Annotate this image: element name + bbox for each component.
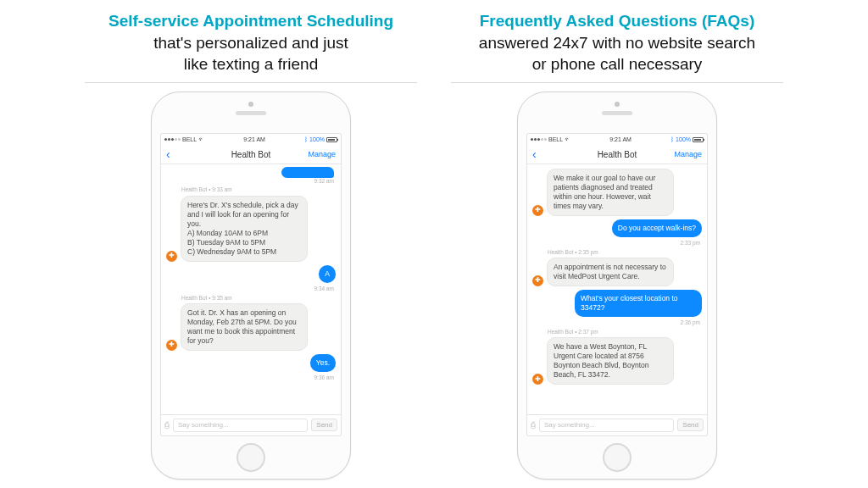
user-message-bubble: Do you accept walk-ins?	[612, 219, 702, 237]
column-scheduling: Self-service Appointment Scheduling that…	[85, 10, 417, 488]
battery-pct: 100%	[309, 136, 325, 142]
message-timestamp: 9:34 am	[166, 286, 334, 292]
status-bar: BELL ᯤ 9:21 AM ᛒ 100%	[527, 134, 707, 146]
heading-sub2: or phone call necessary	[479, 53, 755, 75]
bot-message-row: ✚ We have a West Boynton, FL Urgent Care…	[532, 337, 702, 385]
home-button[interactable]	[603, 443, 632, 472]
messages-pane[interactable]: ✚ We make it our goal to have our patien…	[527, 164, 707, 414]
phone-frame: BELL ᯤ 9:21 AM ᛒ 100% ‹ Health Bot Manag…	[151, 92, 351, 480]
send-button[interactable]: Send	[311, 419, 337, 431]
bot-meta: Health Bot • 9:33 am	[181, 186, 336, 193]
manage-button[interactable]: Manage	[308, 150, 336, 158]
phone-speaker-icon	[236, 111, 266, 115]
bot-text: Here's Dr. X's schedule, pick a day and …	[187, 201, 301, 229]
bot-message-row: ✚ Got it. Dr. X has an opening on Monday…	[166, 303, 336, 351]
bot-avatar-icon: ✚	[166, 340, 177, 351]
send-button[interactable]: Send	[677, 419, 704, 431]
bot-avatar-icon: ✚	[532, 205, 543, 216]
heading-sub1: answered 24x7 with no website search	[479, 32, 755, 54]
input-bar: ⎙ Say something... Send	[161, 414, 341, 435]
bot-message-bubble: We make it our goal to have our patients…	[547, 169, 674, 216]
heading-right: Frequently Asked Questions (FAQs) answer…	[479, 10, 755, 75]
user-message-row: Yes.	[166, 354, 336, 372]
message-timestamp: 2:33 pm	[532, 240, 700, 247]
message-timestamp: 9:36 am	[166, 374, 334, 381]
status-bar: BELL ᯤ 9:21 AM ᛒ 100%	[161, 134, 341, 146]
chat-header: ‹ Health Bot Manage	[161, 146, 341, 164]
status-time: 9:21 AM	[570, 136, 670, 142]
wifi-icon: ᯤ	[198, 136, 204, 142]
bot-message-bubble: We have a West Boynton, FL Urgent Care l…	[547, 337, 674, 385]
back-button[interactable]: ‹	[166, 148, 170, 160]
phone-camera-icon	[615, 102, 620, 107]
user-message-bubble: Yes.	[310, 354, 336, 372]
phone-bottom-bezel	[518, 436, 716, 479]
heading-sub2: like texting a friend	[108, 53, 393, 75]
phone-speaker-icon	[602, 111, 632, 115]
bluetooth-icon: ᛒ	[670, 136, 674, 142]
user-message-bubble: What's your closest location to 33472?	[575, 290, 702, 317]
input-bar: ⎙ Say something... Send	[527, 414, 707, 435]
battery-icon	[693, 137, 704, 142]
bot-avatar-icon: ✚	[532, 275, 543, 286]
bot-text: A) Monday 10AM to 6PM	[187, 229, 301, 238]
signal-icon	[164, 138, 181, 141]
phone-top-bezel	[152, 92, 350, 133]
divider	[451, 82, 783, 83]
bot-meta: Health Bot • 2:35 pm	[548, 249, 702, 256]
location-icon[interactable]: ⎙	[531, 420, 536, 430]
bot-avatar-icon: ✚	[166, 251, 177, 262]
bluetooth-icon: ᛒ	[304, 136, 308, 142]
heading-left: Self-service Appointment Scheduling that…	[108, 10, 393, 75]
home-button[interactable]	[236, 443, 265, 472]
manage-button[interactable]: Manage	[674, 150, 702, 158]
phone-camera-icon	[248, 102, 253, 107]
wifi-icon: ᯤ	[565, 136, 570, 142]
heading-title: Frequently Asked Questions (FAQs)	[479, 10, 755, 32]
divider	[85, 82, 417, 83]
message-timestamp: 2:36 pm	[532, 319, 700, 326]
user-message-stub	[281, 167, 334, 178]
bot-avatar-icon: ✚	[532, 374, 543, 385]
message-input[interactable]: Say something...	[539, 419, 674, 432]
phone-top-bezel	[518, 92, 716, 133]
status-time: 9:21 AM	[204, 136, 304, 142]
bot-message-bubble: Here's Dr. X's schedule, pick a day and …	[181, 196, 308, 262]
battery-pct: 100%	[676, 136, 691, 142]
heading-title: Self-service Appointment Scheduling	[108, 10, 393, 32]
bot-message-row: ✚ We make it our goal to have our patien…	[532, 169, 702, 216]
column-faq: Frequently Asked Questions (FAQs) answer…	[451, 10, 783, 488]
bot-meta: Health Bot • 9:35 am	[181, 295, 336, 302]
user-message-bubble: A	[319, 265, 336, 283]
bot-text: C) Wednesday 9AM to 5PM	[187, 247, 301, 257]
bot-text: B) Tuesday 9AM to 5PM	[187, 238, 301, 247]
chat-header: ‹ Health Bot Manage	[527, 146, 707, 164]
phone-screen: BELL ᯤ 9:21 AM ᛒ 100% ‹ Health Bot Manag…	[160, 133, 342, 436]
phone-bottom-bezel	[152, 436, 350, 479]
signal-icon	[531, 138, 547, 141]
bot-message-bubble: An appointment is not necessary to visit…	[547, 258, 674, 286]
user-message-row: What's your closest location to 33472?	[532, 290, 702, 317]
bot-meta: Health Bot • 2:37 pm	[548, 329, 702, 336]
messages-pane[interactable]: 9:32 am Health Bot • 9:33 am ✚ Here's Dr…	[161, 164, 341, 414]
bot-message-row: ✚ An appointment is not necessary to vis…	[532, 258, 702, 286]
phone-frame: BELL ᯤ 9:21 AM ᛒ 100% ‹ Health Bot Manag…	[517, 92, 717, 480]
phone-screen: BELL ᯤ 9:21 AM ᛒ 100% ‹ Health Bot Manag…	[526, 133, 708, 436]
bot-message-row: ✚ Here's Dr. X's schedule, pick a day an…	[166, 196, 336, 262]
heading-sub1: that's personalized and just	[108, 32, 393, 54]
message-timestamp: 9:32 am	[166, 178, 334, 185]
location-icon[interactable]: ⎙	[164, 420, 170, 430]
user-message-row: A	[166, 265, 336, 283]
carrier-label: BELL	[548, 136, 563, 142]
bot-message-bubble: Got it. Dr. X has an opening on Monday, …	[181, 303, 308, 351]
message-input[interactable]: Say something...	[173, 419, 308, 432]
back-button[interactable]: ‹	[532, 148, 537, 160]
carrier-label: BELL	[182, 136, 197, 142]
battery-icon	[326, 137, 337, 142]
user-message-row: Do you accept walk-ins?	[532, 219, 702, 237]
